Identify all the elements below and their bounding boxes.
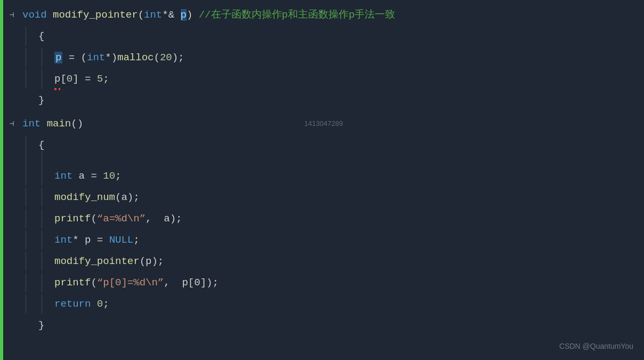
- code-line-16: }: [3, 315, 644, 336]
- code-line-2: {: [3, 26, 644, 47]
- code-line-9-content: int a = 10;: [50, 166, 121, 186]
- code-line-6-content: int main(): [18, 114, 83, 133]
- watermark: CSDN @QuantumYou: [559, 342, 633, 350]
- page-number: 1413047289: [304, 114, 343, 133]
- code-line-13: modify_pointer(p);: [3, 251, 644, 272]
- code-line-4: p[0] = 5;: [3, 68, 644, 90]
- code-line-7-content: {: [34, 135, 44, 155]
- code-line-14-content: printf(“p[0]=%d\n”, p[0]);: [50, 273, 219, 292]
- code-line-11: printf(“a=%d\n”, a);: [3, 208, 644, 229]
- code-line-9: int a = 10;: [3, 165, 644, 187]
- code-line-13-content: modify_pointer(p);: [50, 252, 164, 271]
- code-line-4-content: p[0] = 5;: [50, 69, 109, 89]
- code-line-5: }: [3, 90, 644, 111]
- code-line-12: int* p = NULL;: [3, 229, 644, 251]
- code-line-14: printf(“p[0]=%d\n”, p[0]);: [3, 272, 644, 293]
- fold-icon-1[interactable]: ⊣: [6, 10, 17, 20]
- code-line-15: return 0;: [3, 293, 644, 315]
- code-container: ⊣ void modify_pointer(int*& p) //在子函数内操作…: [0, 0, 644, 360]
- code-line-3-content: p = (int*)malloc(20);: [50, 48, 184, 67]
- code-line-1-content: void modify_pointer(int*& p) //在子函数内操作p和…: [18, 5, 395, 25]
- code-line-15-content: return 0;: [50, 294, 109, 314]
- code-line-1: ⊣ void modify_pointer(int*& p) //在子函数内操作…: [3, 4, 644, 26]
- code-line-2-content: {: [34, 27, 44, 46]
- code-line-3: p = (int*)malloc(20);: [3, 47, 644, 68]
- code-line-16-content: }: [34, 316, 44, 335]
- code-line-7: {: [3, 134, 644, 156]
- code-line-12-content: int* p = NULL;: [50, 230, 140, 250]
- code-line-10-content: modify_num(a);: [50, 188, 140, 207]
- code-line-8: [3, 156, 644, 165]
- fold-icon-2[interactable]: ⊣: [6, 118, 17, 129]
- code-line-11-content: printf(“a=%d\n”, a);: [50, 209, 182, 228]
- code-line-6: ⊣ int main() 1413047289: [3, 113, 644, 134]
- code-line-5-content: }: [34, 91, 44, 110]
- code-area: ⊣ void modify_pointer(int*& p) //在子函数内操作…: [3, 0, 644, 360]
- code-line-10: modify_num(a);: [3, 187, 644, 208]
